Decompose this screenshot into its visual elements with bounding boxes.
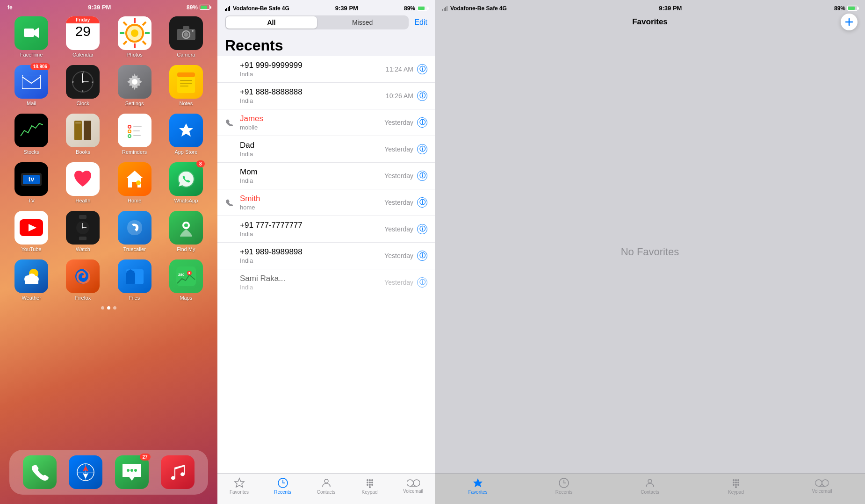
app-maps[interactable]: 280 Maps — [162, 259, 210, 301]
fav-tab-recents-label: Recents — [555, 490, 573, 495]
svg-point-48 — [136, 180, 141, 185]
tab-bar-voicemail[interactable]: Voicemail — [399, 478, 427, 494]
app-firefox[interactable]: Firefox — [59, 259, 107, 301]
favorites-tab-icon — [234, 477, 245, 489]
app-health[interactable]: Health — [59, 162, 107, 203]
recent-right-8: Yesterday ⓘ — [384, 251, 427, 261]
app-appstore[interactable]: App Store — [162, 114, 210, 155]
recent-name-6: Smith — [240, 194, 384, 203]
fav-tab-voicemail[interactable]: Voicemail — [808, 478, 836, 494]
svg-rect-44 — [133, 135, 141, 136]
tab-all[interactable]: All — [226, 16, 317, 29]
fav-tab-bar: Favorites Recents Contacts — [435, 473, 865, 504]
app-mail[interactable]: 18,906 Mail — [7, 65, 55, 106]
recent-time-6: Yesterday — [384, 199, 413, 206]
recent-info-6: Smith home — [240, 194, 384, 211]
svg-line-12 — [123, 41, 127, 44]
tab-bar-voicemail-label: Voicemail — [403, 489, 423, 494]
tab-bar-contacts[interactable]: Contacts — [312, 477, 340, 495]
info-btn-3[interactable]: ⓘ — [417, 117, 427, 128]
watch-icon — [66, 211, 100, 245]
app-tv[interactable]: tv TV — [7, 162, 55, 203]
dock-music[interactable] — [161, 455, 195, 489]
tv-label: TV — [28, 198, 35, 203]
info-btn-9[interactable]: ⓘ — [417, 277, 427, 288]
voicemail-tab-icon — [407, 478, 420, 488]
app-weather[interactable]: Weather — [7, 259, 55, 301]
recent-call-1[interactable]: +91 999-9999999 India 11:24 AM ⓘ — [217, 56, 435, 83]
tab-bar-recents-label: Recents — [274, 490, 291, 495]
app-files[interactable]: Files — [111, 259, 159, 301]
recent-call-5[interactable]: x Mom India Yesterday ⓘ — [217, 163, 435, 189]
info-btn-5[interactable]: ⓘ — [417, 171, 427, 181]
tab-bar-recents[interactable]: Recents — [269, 477, 297, 495]
svg-point-91 — [371, 479, 373, 481]
svg-rect-52 — [79, 215, 86, 219]
fav-tab-recents[interactable]: Recents — [550, 477, 578, 495]
recents-tab-bar: Favorites Recents Contacts — [217, 473, 435, 504]
recent-call-7[interactable]: x +91 777-7777777 India Yesterday ⓘ — [217, 216, 435, 243]
fav-add-button[interactable] — [841, 14, 858, 30]
app-settings[interactable]: Settings — [111, 65, 159, 106]
app-notes[interactable]: Notes — [162, 65, 210, 106]
messages-badge: 27 — [140, 454, 151, 461]
app-facetime[interactable]: FaceTime — [7, 16, 55, 58]
app-books[interactable]: Books — [59, 114, 107, 155]
dock-phone[interactable] — [23, 455, 57, 489]
fav-favorites-icon — [472, 477, 483, 489]
edit-button[interactable]: Edit — [414, 18, 427, 27]
info-btn-2[interactable]: ⓘ — [417, 91, 427, 101]
tab-bar-favorites-label: Favorites — [230, 490, 249, 495]
app-home[interactable]: Home — [111, 162, 159, 203]
app-photos[interactable]: Photos — [111, 16, 159, 58]
app-clock[interactable]: 6 12 9 3 Clock — [59, 65, 107, 106]
recent-call-4[interactable]: x Dad India Yesterday ⓘ — [217, 136, 435, 163]
svg-rect-105 — [447, 6, 447, 11]
recent-right-6: Yesterday ⓘ — [384, 197, 427, 208]
svg-point-89 — [367, 479, 368, 481]
info-btn-4[interactable]: ⓘ — [417, 144, 427, 154]
app-truecaller[interactable]: Truecaller — [111, 211, 159, 252]
recent-call-9[interactable]: x Sami Raka... India Yesterday ⓘ — [217, 269, 435, 295]
recent-time-9: Yesterday — [384, 279, 413, 286]
calendar-label: Calendar — [72, 52, 94, 58]
fav-tab-contacts[interactable]: Contacts — [636, 477, 664, 495]
fav-empty-state: No Favorites — [435, 30, 865, 473]
app-watch[interactable]: Watch — [59, 211, 107, 252]
recent-call-8[interactable]: x +91 989-8989898 India Yesterday ⓘ — [217, 243, 435, 269]
recent-call-2[interactable]: +91 888-8888888 India 10:26 AM ⓘ — [217, 83, 435, 109]
fav-tab-favorites[interactable]: Favorites — [464, 477, 492, 495]
app-stocks[interactable]: Stocks — [7, 114, 55, 155]
info-btn-1[interactable]: ⓘ — [417, 64, 427, 74]
app-findmy[interactable]: Find My — [162, 211, 210, 252]
photos-label: Photos — [127, 52, 143, 58]
whatsapp-icon: 8 — [169, 162, 203, 196]
truecaller-icon — [118, 211, 151, 245]
calendar-icon: Friday 29 — [66, 16, 100, 50]
app-youtube[interactable]: YouTube — [7, 211, 55, 252]
dock-safari[interactable] — [69, 455, 102, 489]
home-carrier: fe — [7, 4, 13, 11]
info-btn-8[interactable]: ⓘ — [417, 251, 427, 261]
app-reminders[interactable]: Reminders — [111, 114, 159, 155]
recent-call-3[interactable]: James mobile Yesterday ⓘ — [217, 109, 435, 136]
dock-messages[interactable]: 27 — [115, 455, 149, 489]
recent-right-4: Yesterday ⓘ — [384, 144, 427, 154]
notes-icon — [169, 65, 203, 99]
app-calendar[interactable]: Friday 29 Calendar — [59, 16, 107, 58]
svg-point-93 — [369, 482, 371, 483]
app-whatsapp[interactable]: 8 WhatsApp — [162, 162, 210, 203]
svg-marker-1 — [34, 28, 39, 38]
recent-call-6[interactable]: Smith home Yesterday ⓘ — [217, 189, 435, 216]
tab-missed[interactable]: Missed — [317, 16, 408, 29]
tab-bar-favorites[interactable]: Favorites — [225, 477, 253, 495]
fav-voicemail-icon — [815, 478, 829, 488]
svg-point-60 — [184, 223, 188, 227]
svg-point-118 — [733, 484, 735, 486]
fav-tab-keypad[interactable]: Keypad — [722, 477, 750, 495]
recent-info-1: +91 999-9999999 India — [240, 61, 386, 78]
info-btn-6[interactable]: ⓘ — [417, 197, 427, 208]
app-camera[interactable]: Camera — [162, 16, 210, 58]
tab-bar-keypad[interactable]: Keypad — [356, 477, 384, 495]
info-btn-7[interactable]: ⓘ — [417, 224, 427, 234]
